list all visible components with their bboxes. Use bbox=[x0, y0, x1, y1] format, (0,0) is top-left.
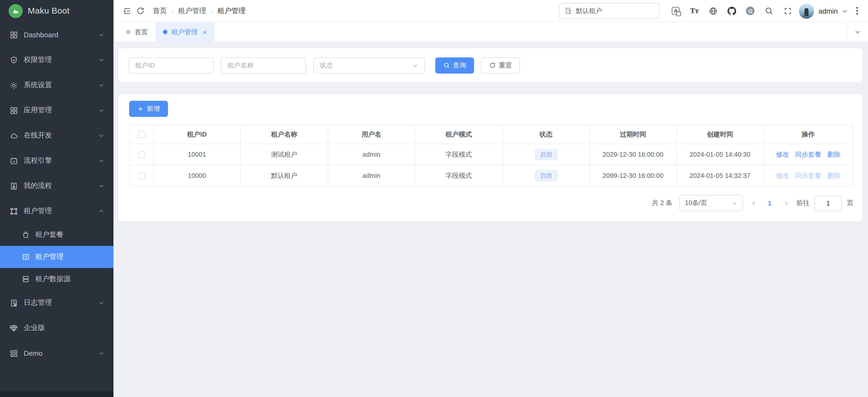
col-actions: 操作 bbox=[763, 125, 853, 144]
cell-status: 启用 bbox=[503, 165, 589, 186]
cell-mode: 字段模式 bbox=[415, 144, 503, 165]
chevron-down-icon bbox=[98, 158, 104, 164]
user-avatar[interactable] bbox=[799, 3, 814, 19]
font-size-icon[interactable]: Tᴛ bbox=[687, 3, 702, 19]
search-icon[interactable] bbox=[762, 3, 777, 19]
cell-expire-time: 2029-12-30 16:00:00 bbox=[589, 144, 677, 165]
tab-close-icon[interactable]: × bbox=[203, 29, 207, 35]
chevron-down-icon bbox=[732, 200, 737, 206]
tab-list-dropdown-icon[interactable] bbox=[847, 22, 868, 42]
chevron-down-icon bbox=[98, 82, 104, 88]
list-box-icon bbox=[22, 253, 30, 261]
sidebar-subitem-tenant-datasource[interactable]: 租户数据源 bbox=[0, 268, 114, 290]
github-icon[interactable] bbox=[724, 3, 739, 19]
app-logo: Maku Boot bbox=[0, 0, 114, 22]
table-header-row: 租户ID 租户名称 用户名 租户模式 状态 过期时间 创建时间 操作 bbox=[129, 125, 853, 144]
chevron-down-icon bbox=[98, 183, 104, 189]
col-create-time: 创建时间 bbox=[677, 125, 763, 144]
col-tenant-id: 租户ID bbox=[154, 125, 240, 144]
sidebar-item-permissions[interactable]: 权限管理 bbox=[0, 47, 114, 72]
breadcrumb-home[interactable]: 首页 bbox=[153, 6, 167, 15]
row-checkbox[interactable] bbox=[138, 172, 145, 179]
tenant-name-input[interactable] bbox=[221, 57, 306, 73]
goto-page-input[interactable] bbox=[814, 195, 842, 211]
sync-package-link[interactable]: 同步套餐 bbox=[795, 171, 822, 179]
sidebar: Maku Boot Dashboard 权限管理 系统设置 应用管理 bbox=[0, 0, 114, 397]
shield-check-icon bbox=[9, 56, 18, 64]
plus-icon bbox=[137, 105, 144, 112]
tenant-id-input[interactable] bbox=[129, 57, 214, 73]
sync-package-link[interactable]: 同步套餐 bbox=[795, 151, 822, 158]
chevron-down-icon bbox=[98, 107, 104, 113]
globe-icon[interactable] bbox=[706, 3, 721, 19]
tab-home[interactable]: 首页 bbox=[119, 22, 155, 42]
status-select-placeholder: 状态 bbox=[320, 61, 333, 70]
sidebar-item-enterprise[interactable]: 企业版 bbox=[0, 316, 114, 340]
edit-link[interactable]: 修改 bbox=[776, 151, 789, 158]
sidebar-item-dashboard[interactable]: Dashboard bbox=[0, 22, 114, 47]
document-user-icon bbox=[9, 181, 18, 190]
sidebar-item-demo[interactable]: Demo bbox=[0, 340, 114, 366]
diamond-icon bbox=[9, 324, 18, 332]
tab-tenant-management[interactable]: 租户管理 × bbox=[155, 22, 214, 42]
search-button[interactable]: 查询 bbox=[435, 57, 474, 73]
delete-link[interactable]: 删除 bbox=[828, 151, 840, 158]
prev-page-icon[interactable] bbox=[748, 196, 759, 210]
select-all-checkbox[interactable] bbox=[138, 131, 145, 138]
cell-expire-time: 2099-12-30 16:00:00 bbox=[589, 165, 677, 186]
table-row: 10001 测试租户 admin 字段模式 启用 2029-12-30 16:0… bbox=[129, 144, 853, 165]
search-icon bbox=[443, 62, 450, 68]
cell-create-time: 2024-01-05 14:32:37 bbox=[677, 165, 763, 186]
tenant-select-value: 默认租户 bbox=[576, 6, 602, 15]
username-label[interactable]: admin bbox=[818, 7, 838, 15]
page-size-select[interactable]: 10条/页 bbox=[679, 195, 743, 211]
edit-link[interactable]: 修改 bbox=[776, 171, 789, 179]
status-select[interactable]: 状态 bbox=[313, 57, 425, 73]
tab-dot-icon bbox=[163, 30, 167, 34]
sidebar-subitem-tenant-management[interactable]: 租户管理 bbox=[0, 246, 114, 268]
cell-username: admin bbox=[328, 144, 415, 165]
row-checkbox[interactable] bbox=[138, 152, 145, 159]
cell-mode: 字段模式 bbox=[415, 165, 503, 186]
sidebar-item-app-management[interactable]: 应用管理 bbox=[0, 98, 114, 123]
more-menu-icon[interactable] bbox=[854, 5, 861, 16]
server-icon bbox=[22, 275, 30, 283]
tab-bar: 首页 租户管理 × bbox=[114, 22, 868, 42]
status-badge: 启用 bbox=[535, 149, 557, 160]
sidebar-item-system-settings[interactable]: 系统设置 bbox=[0, 72, 114, 98]
tab-dot-icon bbox=[126, 30, 131, 34]
gitee-icon[interactable]: G bbox=[743, 3, 758, 19]
sidebar-item-tenant-management[interactable]: 租户管理 bbox=[0, 199, 114, 224]
refresh-icon[interactable] bbox=[134, 4, 147, 18]
reset-button[interactable]: 重置 bbox=[481, 57, 520, 73]
sidebar-item-my-workflow[interactable]: 我的流程 bbox=[0, 173, 114, 199]
calendar-check-icon bbox=[9, 157, 18, 165]
sidebar-item-log-management[interactable]: 日志管理 bbox=[0, 290, 114, 316]
page-number[interactable]: 1 bbox=[764, 199, 775, 207]
tenant-select[interactable]: 默认租户 bbox=[559, 3, 660, 19]
chevron-down-icon bbox=[412, 62, 418, 68]
cloud-icon bbox=[9, 131, 18, 140]
goto-label: 前往 bbox=[796, 199, 809, 207]
fullscreen-icon[interactable] bbox=[780, 3, 795, 19]
sidebar-subitem-tenant-package[interactable]: 租户套餐 bbox=[0, 224, 114, 246]
delete-link[interactable]: 删除 bbox=[828, 171, 840, 179]
sidebar-bottom-bar bbox=[0, 392, 114, 397]
cell-actions: 修改同步套餐删除 bbox=[763, 165, 853, 186]
table-row: 10000 默认租户 admin 字段模式 启用 2099-12-30 16:0… bbox=[129, 165, 853, 186]
sidebar-item-workflow-engine[interactable]: 流程引擎 bbox=[0, 148, 114, 173]
collapse-sidebar-icon[interactable] bbox=[121, 4, 134, 18]
add-button[interactable]: 新增 bbox=[129, 101, 168, 117]
sidebar-item-online-dev[interactable]: 在线开发 bbox=[0, 123, 114, 148]
col-tenant-name: 租户名称 bbox=[240, 125, 328, 144]
grid-icon bbox=[9, 31, 18, 39]
cell-status: 启用 bbox=[503, 144, 589, 165]
refresh-icon bbox=[489, 62, 496, 68]
breadcrumb-current: 租户管理 bbox=[217, 6, 246, 15]
table-card: 新增 租户ID 租户名称 用户名 租户模式 状态 bbox=[119, 94, 863, 221]
breadcrumb-tenant[interactable]: 租户管理 bbox=[178, 6, 206, 15]
translate-icon[interactable]: A bbox=[668, 3, 683, 19]
user-menu-chevron-icon[interactable] bbox=[842, 8, 848, 14]
next-page-icon[interactable] bbox=[780, 196, 791, 210]
cell-tenant-name: 测试租户 bbox=[240, 144, 328, 165]
